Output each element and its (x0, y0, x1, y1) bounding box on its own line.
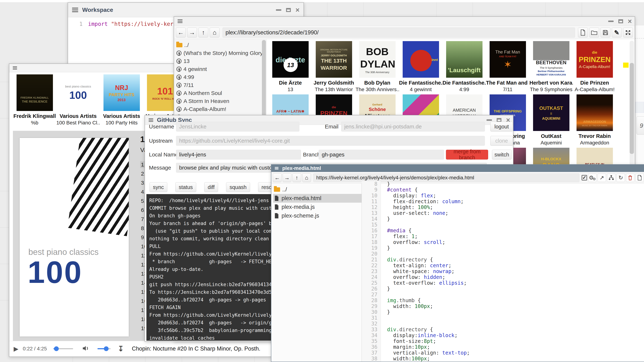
forward-button[interactable]: → (283, 173, 291, 182)
auto-save-checkbox[interactable]: ✓ (582, 175, 587, 180)
branch-field[interactable] (319, 150, 444, 160)
menu-icon[interactable] (72, 8, 78, 8)
save-button[interactable] (600, 28, 610, 38)
album-cover[interactable]: diePRINZENA-Capella-Album! (576, 41, 613, 78)
code-editor[interactable]: }#content { display: flex; flex-directio… (381, 181, 644, 362)
album-cover[interactable]: BEETHOVENThe 9 SymphoniesBerliner Philha… (533, 41, 570, 78)
plex-sidebar-item[interactable]: 13 (176, 57, 266, 65)
partial-button[interactable]: 9 (636, 116, 644, 134)
maximize-button[interactable] (286, 8, 291, 12)
delete-icon[interactable] (626, 174, 634, 182)
sync-button[interactable]: sync (150, 182, 167, 192)
new-file-icon[interactable] (636, 174, 644, 182)
merge-from-branch-button[interactable]: merge from branch (446, 150, 488, 160)
new-file-button[interactable] (578, 28, 588, 38)
album-item[interactable]: 'LauschgiftDie Fantastische...4:99 (442, 41, 486, 92)
album-cover[interactable]: gewinnt (403, 41, 439, 78)
album-cover-large[interactable]: best piano classics 100 (20, 138, 129, 336)
address-input[interactable] (222, 28, 575, 38)
file-list-item[interactable]: ../ (273, 185, 362, 194)
back-button[interactable]: ← (273, 173, 282, 182)
up-button[interactable]: ↑ (198, 28, 208, 38)
maximize-button[interactable] (618, 19, 623, 23)
forward-button[interactable]: → (187, 28, 197, 38)
menu-icon[interactable] (178, 20, 182, 20)
plex-sidebar-item[interactable]: A Northern Soul (176, 89, 266, 97)
album-item[interactable]: gewinnt Die Fantastische...4 gewinnt (399, 41, 442, 92)
menu-icon[interactable] (148, 118, 153, 119)
albums-scrollbar-thumb[interactable] (630, 63, 634, 154)
address-input[interactable] (313, 173, 580, 182)
file-list-item[interactable]: plex-scheme.js (273, 212, 362, 220)
album-item[interactable]: OUTKASTIIAQUEMINIOutKastAquemini (530, 94, 573, 146)
album-item[interactable]: BEETHOVENThe 9 SymphoniesBerliner Philha… (530, 41, 573, 92)
volume-slider[interactable] (98, 348, 110, 349)
home-button[interactable]: ⌂ (210, 28, 220, 38)
album-item[interactable]: diePRINZENA-Capella-Album!Die PrinzenA-C… (573, 41, 616, 92)
album-item[interactable]: BOBDYLANThe 30th AnniversaryBob DylanThe… (356, 41, 399, 92)
localname-field[interactable] (176, 150, 301, 160)
minimize-button[interactable] (276, 9, 281, 11)
album-cover[interactable]: The Fat ManAND TEAM FAT✶ (490, 41, 526, 78)
album-item[interactable]: NRJPARTY HITS2013Various Artists100 Part… (100, 74, 143, 126)
album-cover[interactable]: ORIGINAL MOTION PICTURE SOUNDTRACKJERRY … (316, 41, 352, 78)
plex-sidebar-item[interactable]: 7/11 (176, 81, 266, 89)
home-button[interactable]: ⌂ (302, 173, 311, 182)
plex-titlebar[interactable]: × (174, 17, 635, 26)
album-item[interactable]: die ärzte13Die Ärzte13 (268, 41, 312, 92)
settings-gears-icon[interactable]: ⚙⚙ (588, 174, 596, 182)
album-item[interactable]: ORIGINAL MOTION PICTURE SOUNDTRACKJERRY … (312, 41, 356, 92)
close-button[interactable]: × (506, 118, 510, 122)
minimize-button[interactable] (608, 20, 614, 22)
email-field[interactable] (341, 122, 485, 132)
file-list-item[interactable]: plex-media.html (273, 194, 362, 203)
switch-button[interactable]: switch (492, 150, 512, 160)
play-button[interactable]: ▶ (14, 345, 18, 352)
album-cover[interactable]: NRJPARTY HITS2013 (104, 74, 140, 111)
album-item[interactable]: best piano classics100Various Artists100… (56, 74, 100, 126)
album-cover[interactable]: best piano classics100 (60, 74, 96, 111)
status-button[interactable]: status (175, 182, 196, 192)
sitemap-icon[interactable] (607, 174, 616, 182)
username-field[interactable] (176, 122, 299, 132)
up-button[interactable]: ↑ (292, 173, 301, 182)
diff-button[interactable]: diff (204, 182, 218, 192)
album-item[interactable]: FREDRIK KLINGWALLTHE RESILIENCEFredrik K… (13, 74, 56, 126)
maximize-button[interactable] (497, 118, 502, 122)
close-button[interactable]: × (296, 8, 300, 12)
album-cover[interactable]: die ärzte13 (272, 41, 309, 78)
file-list-item[interactable]: plex-media.js (273, 203, 362, 212)
plex-sidebar-item[interactable]: A Storm In Heaven (176, 97, 266, 105)
editor-titlebar[interactable]: plex-media.html (271, 165, 644, 172)
plex-sidebar-item[interactable]: A-Capella-Album! (176, 105, 266, 113)
plex-sidebar-item[interactable]: ../ (176, 41, 266, 49)
minimize-button[interactable] (486, 119, 492, 121)
menu-icon[interactable] (275, 167, 278, 168)
plex-sidebar-item[interactable]: (What's the Story) Morning Glory? (176, 49, 266, 57)
album-cover[interactable]: BOBDYLANThe 30th Anniversary (359, 41, 396, 78)
refresh-icon[interactable]: ↻ (616, 174, 625, 182)
plex-sidebar-item[interactable]: 4 gewinnt (176, 65, 266, 73)
upstream-field[interactable] (176, 136, 485, 146)
album-item[interactable]: ARMAGEDDONMUSIC BY TREVOR RABINTrevor Ra… (573, 94, 616, 146)
edit-button[interactable]: ✎ (612, 28, 622, 38)
clone-button[interactable]: clone (490, 136, 513, 146)
download-icon[interactable]: ↧ (118, 344, 124, 353)
album-item[interactable]: The Fat ManAND TEAM FAT✶The Fat Man and … (486, 41, 530, 92)
album-cover[interactable]: OUTKASTIIAQUEMINI (533, 94, 570, 131)
expand-button[interactable] (623, 28, 633, 38)
album-cover[interactable]: 'Lauschgift (446, 41, 482, 78)
progress-slider[interactable] (54, 348, 73, 349)
back-button[interactable]: ← (176, 28, 186, 38)
menu-icon[interactable] (13, 66, 17, 67)
album-cover[interactable]: ARMAGEDDONMUSIC BY TREVOR RABIN (576, 94, 613, 131)
open-external-icon[interactable]: ↗ (598, 174, 606, 182)
album-cover[interactable]: FREDRIK KLINGWALLTHE RESILIENCE (16, 74, 53, 111)
workspace-titlebar[interactable]: Workspace × (68, 3, 304, 17)
plex-sidebar-item[interactable]: 4:99 (176, 73, 266, 81)
folder-button[interactable] (589, 28, 599, 38)
close-button[interactable]: × (628, 20, 632, 23)
logout-button[interactable]: logout (490, 122, 513, 132)
squash-button[interactable]: squash (226, 182, 250, 192)
volume-icon[interactable] (82, 344, 90, 353)
